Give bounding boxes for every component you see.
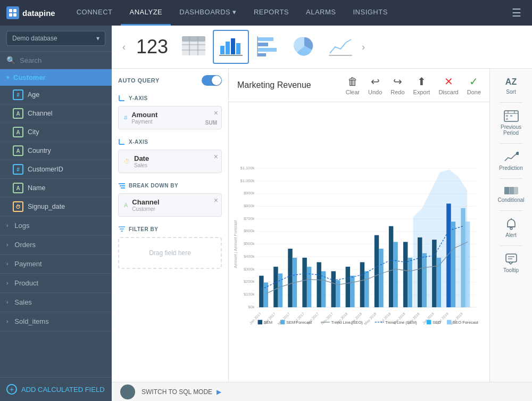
- svg-rect-65: [317, 262, 321, 307]
- table-product[interactable]: › Product: [0, 274, 112, 293]
- svg-rect-123: [504, 187, 509, 194]
- svg-point-126: [510, 227, 512, 230]
- nav-insights[interactable]: INSIGHTS: [344, 0, 396, 26]
- nav-reports[interactable]: REPORTS: [245, 0, 297, 26]
- theme-toggle-button[interactable]: [120, 384, 135, 399]
- yaxis-chip: # Amount Payment × SUM: [118, 106, 222, 129]
- undo-button[interactable]: ↩ Undo: [368, 75, 382, 95]
- svg-rect-73: [375, 235, 379, 307]
- filter-section: FILTER BY Drag field here: [118, 225, 222, 269]
- alert-button[interactable]: Alert: [492, 214, 530, 242]
- chart-type-line[interactable]: [323, 31, 358, 63]
- customer-table-header[interactable]: ▾ Customer: [0, 69, 112, 86]
- svg-text:SEO: SEO: [433, 320, 441, 325]
- chart-prev-button[interactable]: ‹: [120, 39, 128, 55]
- table-sold-items[interactable]: › Sold_items: [0, 312, 112, 331]
- divider: [500, 210, 522, 211]
- db-select-button[interactable]: Demo database ▾: [6, 31, 105, 46]
- table-orders-label: Orders: [14, 241, 36, 249]
- svg-rect-120: [506, 118, 508, 120]
- xaxis-label: X-AXIS: [118, 138, 222, 145]
- nav-dashboards[interactable]: DASHBOARDS ▾: [171, 0, 245, 26]
- chart-type-pie[interactable]: [287, 31, 321, 63]
- done-button[interactable]: ✓ Done: [467, 75, 481, 95]
- bottom-bar: SWITCH TO SQL MODE ▶: [112, 382, 532, 401]
- search-input[interactable]: [20, 56, 105, 64]
- left-sidebar: Demo database ▾ 🔍 ▾ Customer # Age A: [0, 26, 112, 401]
- svg-rect-28: [121, 187, 125, 189]
- svg-rect-11: [226, 42, 230, 54]
- filter-label: FILTER BY: [118, 225, 222, 233]
- svg-rect-124: [510, 187, 514, 194]
- chart-type-table[interactable]: [177, 31, 211, 63]
- svg-rect-26: [119, 183, 125, 184]
- previous-period-button[interactable]: Previous Period: [492, 106, 530, 140]
- field-name[interactable]: A Name: [0, 179, 112, 198]
- nav-alarms[interactable]: ALARMS: [297, 0, 344, 26]
- breakdown-chip-close[interactable]: ×: [214, 196, 218, 204]
- sort-button[interactable]: AZ Sort: [492, 73, 530, 99]
- trash-icon: 🗑: [347, 76, 358, 88]
- svg-text:$400k: $400k: [244, 254, 255, 259]
- clear-button[interactable]: 🗑 Clear: [346, 76, 360, 95]
- svg-rect-57: [259, 276, 263, 307]
- svg-text:SEM: SEM: [264, 320, 273, 325]
- table-payment[interactable]: › Payment: [0, 255, 112, 274]
- tooltip-icon: [505, 253, 517, 265]
- xaxis-chip-close[interactable]: ×: [214, 152, 218, 161]
- field-signup-date-label: Signup_date: [28, 203, 65, 210]
- conditional-button[interactable]: Conditional: [492, 182, 530, 207]
- chevron-down-icon: ▾: [6, 75, 9, 80]
- hamburger-menu[interactable]: ☰: [508, 2, 526, 23]
- field-signup-date[interactable]: ⏱ Signup_date: [0, 198, 112, 216]
- field-type-str-icon: A: [13, 183, 23, 193]
- export-button[interactable]: ⬆ Export: [413, 75, 430, 95]
- svg-rect-72: [364, 271, 369, 307]
- nav-connect[interactable]: CONNECT: [68, 0, 121, 26]
- field-age[interactable]: # Age: [0, 86, 112, 104]
- table-sales[interactable]: › Sales: [0, 293, 112, 312]
- chart-area: Marketing Revenue 🗑 Clear ↩ Undo ↪ Redo: [229, 69, 489, 382]
- previous-period-icon: [504, 110, 519, 122]
- discard-button[interactable]: ✕ Discard: [438, 75, 458, 95]
- chip-clock-icon: ⏱: [124, 158, 130, 165]
- svg-rect-85: [461, 208, 465, 307]
- svg-rect-80: [422, 253, 427, 307]
- xaxis-field-sub: Sales: [134, 162, 216, 168]
- field-channel[interactable]: A Channel: [0, 104, 112, 123]
- field-city[interactable]: A City: [0, 123, 112, 142]
- tooltip-button[interactable]: Tooltip: [492, 249, 530, 277]
- redo-button[interactable]: ↪ Redo: [390, 75, 404, 95]
- yaxis-chip-close[interactable]: ×: [214, 109, 218, 117]
- filter-drop-zone[interactable]: Drag field here: [118, 237, 222, 269]
- nav-analyze[interactable]: ANALYZE: [121, 0, 171, 26]
- svg-rect-59: [273, 267, 278, 307]
- discard-icon: ✕: [444, 75, 453, 88]
- chart-type-hbar[interactable]: [251, 31, 285, 63]
- auto-query-row: AUTO QUERY: [118, 75, 222, 86]
- export-icon: ⬆: [417, 75, 426, 88]
- field-city-label: City: [28, 128, 39, 136]
- field-customerid[interactable]: # CustomerID: [0, 160, 112, 179]
- moon-icon: [123, 388, 132, 396]
- svg-text:$800k: $800k: [244, 203, 255, 208]
- prediction-button[interactable]: Prediction: [492, 147, 530, 175]
- svg-rect-128: [506, 254, 517, 262]
- svg-rect-3: [13, 13, 16, 17]
- field-age-label: Age: [28, 91, 39, 99]
- chart-next-button[interactable]: ›: [360, 39, 367, 55]
- add-calculated-field-button[interactable]: + ADD CALCULATED FIELD: [0, 377, 112, 401]
- svg-rect-13: [236, 43, 240, 54]
- svg-text:$500k: $500k: [244, 241, 255, 246]
- nav-right: ☰: [508, 2, 526, 23]
- divider: [500, 245, 522, 246]
- yaxis-label: Y-AXIS: [118, 94, 222, 102]
- chart-type-bar[interactable]: [213, 30, 249, 64]
- field-type-num-icon: #: [13, 89, 23, 100]
- table-logs[interactable]: › Logs: [0, 216, 112, 235]
- sql-mode-button[interactable]: SWITCH TO SQL MODE ▶: [142, 388, 221, 396]
- auto-query-toggle[interactable]: [202, 75, 222, 86]
- table-orders[interactable]: › Orders: [0, 235, 112, 255]
- field-country[interactable]: A Country: [0, 142, 112, 160]
- svg-rect-79: [418, 238, 422, 307]
